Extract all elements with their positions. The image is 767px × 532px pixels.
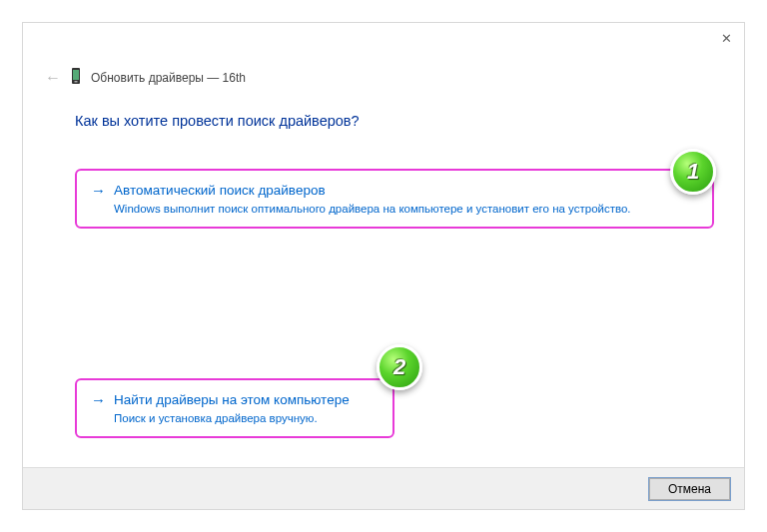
- options-container: 1 → Автоматический поиск драйверов Windo…: [75, 169, 714, 438]
- option-description: Windows выполнит поиск оптимального драй…: [114, 203, 698, 215]
- annotation-badge-2: 2: [377, 344, 422, 390]
- option-title: Автоматический поиск драйверов: [114, 181, 326, 201]
- arrow-right-icon: →: [91, 390, 106, 410]
- close-icon[interactable]: ✕: [718, 31, 734, 46]
- option-auto-search[interactable]: 1 → Автоматический поиск драйверов Windo…: [75, 169, 714, 229]
- dialog-footer: Отмена: [23, 467, 744, 509]
- svg-rect-2: [75, 81, 78, 83]
- option-title: Найти драйверы на этом компьютере: [114, 390, 350, 410]
- dialog-header: ← Обновить драйверы — 16th: [45, 67, 246, 89]
- dialog-content: Как вы хотите провести поиск драйверов? …: [75, 113, 714, 438]
- search-question: Как вы хотите провести поиск драйверов?: [75, 113, 714, 129]
- option-browse-computer[interactable]: 2 → Найти драйверы на этом компьютере По…: [75, 378, 394, 438]
- svg-rect-1: [73, 70, 79, 80]
- driver-update-dialog: ✕ ← Обновить драйверы — 16th Как вы хоти…: [22, 22, 745, 510]
- annotation-badge-1: 1: [670, 149, 716, 195]
- option-description: Поиск и установка драйвера вручную.: [114, 412, 379, 424]
- cancel-button[interactable]: Отмена: [649, 478, 730, 500]
- device-icon: [71, 67, 81, 89]
- arrow-right-icon: →: [91, 181, 106, 201]
- dialog-title: Обновить драйверы — 16th: [91, 71, 246, 85]
- back-arrow-icon[interactable]: ←: [45, 69, 61, 87]
